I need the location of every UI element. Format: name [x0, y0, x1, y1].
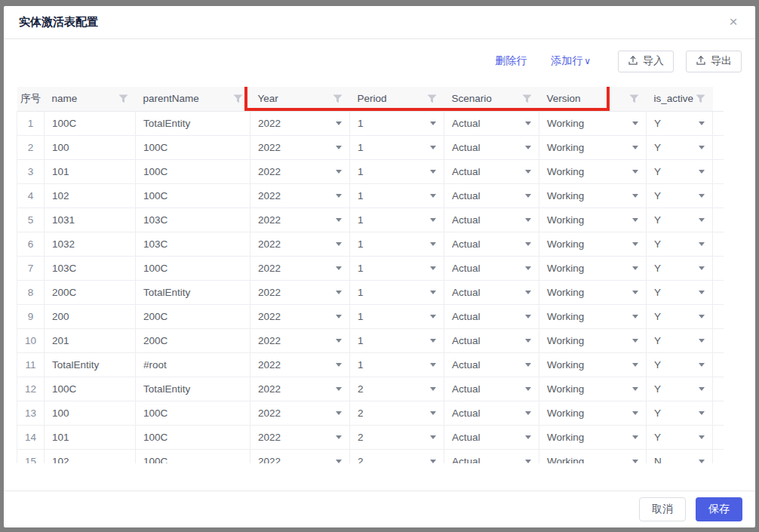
filter-icon[interactable]: [427, 94, 437, 103]
year-select[interactable]: 2022: [258, 407, 342, 419]
add-row-dropdown[interactable]: 添加行∨: [551, 54, 591, 68]
filter-icon[interactable]: [233, 94, 243, 103]
version-select[interactable]: Working: [547, 359, 638, 371]
version-select[interactable]: Working: [547, 432, 638, 443]
delete-row-button[interactable]: 删除行: [495, 54, 527, 68]
year-select[interactable]: 2022: [258, 214, 342, 226]
column-header-parentName[interactable]: parentName: [136, 87, 250, 111]
is_active-select[interactable]: Y: [654, 142, 705, 153]
column-header-version[interactable]: Version: [539, 87, 647, 111]
period-select[interactable]: 1: [358, 118, 436, 129]
version-select[interactable]: Working: [547, 238, 638, 250]
is_active-select[interactable]: Y: [654, 190, 705, 201]
period-select[interactable]: 1: [358, 166, 436, 177]
close-icon[interactable]: ×: [724, 12, 743, 32]
is_active-select[interactable]: Y: [654, 407, 705, 419]
version-select[interactable]: Working: [547, 214, 638, 226]
scenario-select[interactable]: Actual: [452, 118, 531, 129]
filter-icon[interactable]: [696, 94, 705, 103]
scenario-select[interactable]: Actual: [452, 166, 531, 177]
year-select[interactable]: 2022: [258, 190, 342, 201]
is_active-select[interactable]: Y: [654, 311, 705, 322]
year-select[interactable]: 2022: [258, 118, 342, 129]
scenario-select[interactable]: Actual: [452, 407, 531, 419]
version-select[interactable]: Working: [547, 407, 638, 419]
is_active-select[interactable]: Y: [654, 432, 705, 443]
filter-icon[interactable]: [522, 94, 532, 103]
is_active-select[interactable]: Y: [654, 214, 705, 226]
scenario-select[interactable]: Actual: [452, 383, 531, 395]
year-select[interactable]: 2022: [258, 287, 342, 298]
year-select[interactable]: 2022: [258, 263, 342, 274]
table-row: 13100100C20222ActualWorkingY: [17, 401, 724, 425]
column-header-name[interactable]: name: [45, 87, 136, 111]
version-select[interactable]: Working: [547, 311, 638, 322]
is_active-select[interactable]: Y: [654, 287, 705, 298]
cell-period: 2: [350, 449, 444, 463]
period-select[interactable]: 1: [358, 142, 436, 153]
year-select[interactable]: 2022: [258, 383, 342, 395]
filter-icon[interactable]: [118, 94, 128, 103]
filter-icon[interactable]: [629, 94, 639, 103]
cancel-button[interactable]: 取消: [639, 497, 686, 521]
year-select[interactable]: 2022: [258, 311, 342, 322]
column-header-is_active[interactable]: is_active: [647, 87, 713, 111]
year-select[interactable]: 2022: [258, 238, 342, 250]
year-select[interactable]: 2022: [258, 359, 342, 371]
version-select[interactable]: Working: [547, 287, 638, 298]
year-select[interactable]: 2022: [258, 142, 342, 153]
is_active-select[interactable]: Y: [654, 118, 705, 129]
period-select[interactable]: 1: [358, 263, 436, 274]
caret-down-icon: [699, 315, 705, 318]
period-select[interactable]: 1: [358, 214, 436, 226]
period-select[interactable]: 1: [358, 335, 436, 346]
version-select[interactable]: Working: [547, 142, 638, 153]
version-select[interactable]: Working: [547, 166, 638, 177]
is_active-select[interactable]: Y: [654, 263, 705, 274]
is_active-select[interactable]: Y: [654, 335, 705, 346]
year-select[interactable]: 2022: [258, 335, 342, 346]
scenario-select[interactable]: Actual: [452, 335, 531, 346]
period-select[interactable]: 2: [358, 456, 436, 464]
period-select[interactable]: 1: [358, 190, 436, 201]
scenario-select[interactable]: Actual: [452, 238, 531, 250]
version-select[interactable]: Working: [547, 335, 638, 346]
year-select[interactable]: 2022: [258, 166, 342, 177]
filter-icon[interactable]: [333, 94, 343, 103]
chevron-down-icon: ∨: [584, 56, 591, 66]
scenario-select[interactable]: Actual: [452, 311, 531, 322]
is_active-select[interactable]: Y: [654, 238, 705, 250]
is_active-select[interactable]: Y: [654, 383, 705, 395]
period-select[interactable]: 2: [358, 407, 436, 419]
version-select[interactable]: Working: [547, 383, 638, 395]
period-select[interactable]: 1: [358, 311, 436, 322]
year-select[interactable]: 2022: [258, 432, 342, 443]
period-select[interactable]: 1: [358, 359, 436, 371]
scenario-select[interactable]: Actual: [452, 432, 531, 443]
year-select[interactable]: 2022: [258, 456, 342, 464]
scenario-select[interactable]: Actual: [452, 456, 531, 464]
column-header-scenario[interactable]: Scenario: [444, 87, 539, 111]
version-select[interactable]: Working: [547, 118, 638, 129]
is_active-select[interactable]: Y: [654, 359, 705, 371]
period-select[interactable]: 1: [358, 287, 436, 298]
is_active-select[interactable]: N: [654, 456, 705, 464]
scenario-select[interactable]: Actual: [452, 359, 531, 371]
save-button[interactable]: 保存: [696, 497, 742, 521]
period-select[interactable]: 2: [358, 432, 436, 443]
version-select[interactable]: Working: [547, 263, 638, 274]
period-select[interactable]: 1: [358, 238, 436, 250]
import-button[interactable]: 导入: [618, 51, 674, 72]
period-select[interactable]: 2: [358, 383, 436, 395]
version-select[interactable]: Working: [547, 190, 638, 201]
version-select[interactable]: Working: [547, 456, 638, 464]
scenario-select[interactable]: Actual: [452, 214, 531, 226]
scenario-select[interactable]: Actual: [452, 287, 531, 298]
is_active-select[interactable]: Y: [654, 166, 705, 177]
scenario-select[interactable]: Actual: [452, 263, 531, 274]
column-header-year[interactable]: Year: [250, 87, 350, 111]
export-button[interactable]: 导出: [686, 51, 742, 72]
scenario-select[interactable]: Actual: [452, 190, 531, 201]
scenario-select[interactable]: Actual: [452, 142, 531, 153]
column-header-period[interactable]: Period: [350, 87, 444, 111]
